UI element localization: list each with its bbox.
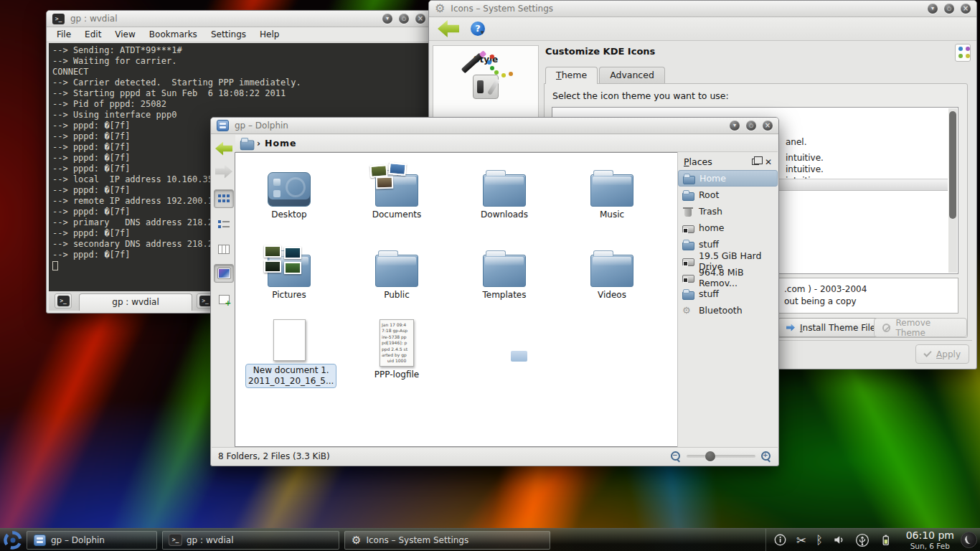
close-button[interactable] <box>415 14 425 24</box>
checkmark-icon <box>923 349 931 357</box>
scrollbar-thumb[interactable] <box>949 111 956 219</box>
hard-drive-icon <box>682 223 694 233</box>
scrollbar[interactable] <box>948 108 957 273</box>
columns-view-button[interactable] <box>214 240 234 258</box>
photo-thumbnail <box>284 247 301 259</box>
float-panel-icon[interactable] <box>752 159 759 165</box>
sidebar-item-style[interactable]: Style <box>433 46 538 65</box>
status-text: 8 Folders, 2 Files (3.3 KiB) <box>218 451 330 461</box>
clipboard-scissors-icon[interactable]: ✂ <box>796 534 806 547</box>
folder-icon <box>682 289 694 299</box>
folder-item-downloads[interactable]: Downloads <box>465 161 544 220</box>
menu-bookmarks[interactable]: Bookmarks <box>149 29 197 39</box>
folder-icon <box>483 255 526 287</box>
photo-thumbnail <box>284 262 301 274</box>
tab-advanced[interactable]: Advanced <box>599 67 665 83</box>
battery-icon[interactable] <box>879 533 892 547</box>
menu-settings[interactable]: Settings <box>211 29 246 39</box>
minimize-button[interactable] <box>928 4 938 14</box>
tab-theme[interactable]: Theme <box>545 67 598 84</box>
folder-item-public[interactable]: Public <box>357 241 436 300</box>
place-removable[interactable]: 964.8 MiB Remov... <box>678 269 778 286</box>
breadcrumb-home[interactable]: Home <box>265 138 297 149</box>
terminal-cursor <box>52 261 58 270</box>
folder-item-documents[interactable]: Documents <box>357 161 436 220</box>
maximize-button[interactable] <box>399 14 409 24</box>
photo-thumbnail <box>388 162 406 176</box>
photo-thumbnail <box>264 245 281 258</box>
folder-item-pictures[interactable]: Pictures <box>250 241 329 300</box>
volume-icon[interactable] <box>832 533 846 547</box>
split-view-button[interactable] <box>214 290 234 309</box>
system-settings-titlebar[interactable]: ⚙ Icons – System Settings <box>429 1 976 17</box>
menu-view[interactable]: View <box>115 29 135 39</box>
file-item-ppp-logfile[interactable]: Jan 17 09:4 7:18 gp-Asp ire-5738 pp pd[1… <box>357 315 436 380</box>
apply-button[interactable]: Apply <box>915 344 969 364</box>
menu-file[interactable]: File <box>57 29 71 39</box>
launcher-logo-icon[interactable] <box>3 530 23 550</box>
forward-button[interactable] <box>214 162 234 181</box>
help-button[interactable]: ? ▾ <box>471 22 484 36</box>
places-header: Places <box>684 156 712 167</box>
task-wvdial[interactable]: >_ gp : wvdial <box>162 531 339 550</box>
style-label: Style <box>433 55 538 65</box>
photo-thumbnail <box>264 260 281 273</box>
konsole-icon: >_ <box>52 14 65 24</box>
icons-view-button[interactable] <box>214 189 234 208</box>
icons-view-icon <box>218 194 230 203</box>
hardware-icon[interactable] <box>473 75 499 99</box>
remove-theme-button[interactable]: Remove Theme <box>874 318 967 337</box>
arrow-right-icon <box>786 324 795 331</box>
breadcrumb: › Home <box>235 135 778 152</box>
folder-view[interactable]: Desktop Documents Downloads Music <box>235 152 678 447</box>
terminal-tab-icon: >_ <box>199 296 212 306</box>
page-title: Customize KDE Icons <box>545 46 655 57</box>
zoom-in-icon[interactable]: + <box>761 451 771 461</box>
folder-item-videos[interactable]: Videos <box>573 241 651 300</box>
close-panel-icon[interactable]: ✕ <box>765 159 772 166</box>
folder-item-templates[interactable]: Templates <box>465 241 544 300</box>
desktop-folder-icon <box>268 172 311 207</box>
details-view-button[interactable] <box>214 215 234 234</box>
back-icon[interactable] <box>438 20 459 37</box>
clock-time: 06:10 pm <box>906 529 954 541</box>
place-bluetooth[interactable]: ⚙ Bluetooth <box>678 302 778 319</box>
zoom-out-icon[interactable]: − <box>671 451 681 461</box>
minimize-button[interactable] <box>730 121 740 131</box>
usb-device-notifier-icon[interactable] <box>855 533 870 547</box>
new-tab-button[interactable]: >_ <box>55 293 72 309</box>
task-dolphin[interactable]: gp – Dolphin <box>27 531 157 550</box>
preview-button[interactable] <box>214 264 234 283</box>
close-button[interactable] <box>763 121 773 131</box>
clock[interactable]: 06:10 pm Sun, 6 Feb <box>906 529 954 550</box>
dot-icon <box>958 47 963 51</box>
folder-item-desktop[interactable]: Desktop <box>250 161 329 220</box>
removable-drive-icon <box>682 273 694 283</box>
zoom-slider[interactable] <box>687 455 755 458</box>
dolphin-titlebar[interactable]: gp – Dolphin <box>211 118 778 134</box>
maximize-button[interactable] <box>746 121 756 131</box>
minimize-button[interactable] <box>382 14 392 24</box>
place-root[interactable]: Root <box>678 187 778 203</box>
bluetooth-icon[interactable]: ᛒ <box>816 534 823 547</box>
terminal-titlebar[interactable]: >_ gp : wvdial <box>47 11 431 27</box>
place-trash[interactable]: Trash <box>678 203 778 220</box>
icon-preview-widget[interactable] <box>955 44 971 62</box>
folder-item-music[interactable]: Music <box>573 161 651 220</box>
close-button[interactable] <box>961 4 971 14</box>
zoom-slider-knob[interactable] <box>705 451 715 461</box>
file-item-new-document[interactable]: New document 1. 2011_01_20_16_5... <box>245 315 333 388</box>
place-home-partition[interactable]: home <box>678 220 778 236</box>
panel-toolbox-icon[interactable] <box>961 532 977 548</box>
menu-edit[interactable]: Edit <box>85 29 101 39</box>
home-icon <box>683 174 694 184</box>
details-view-icon <box>218 220 230 229</box>
task-system-settings[interactable]: ⚙ Icons – System Settings <box>344 531 550 550</box>
terminal-tab[interactable]: gp : wvdial <box>79 293 192 311</box>
home-folder-icon[interactable] <box>240 137 253 149</box>
place-home[interactable]: Home <box>678 170 778 187</box>
notifications-info-icon[interactable] <box>773 533 787 547</box>
menu-help[interactable]: Help <box>260 29 279 39</box>
back-button[interactable] <box>214 139 234 158</box>
maximize-button[interactable] <box>944 4 954 14</box>
